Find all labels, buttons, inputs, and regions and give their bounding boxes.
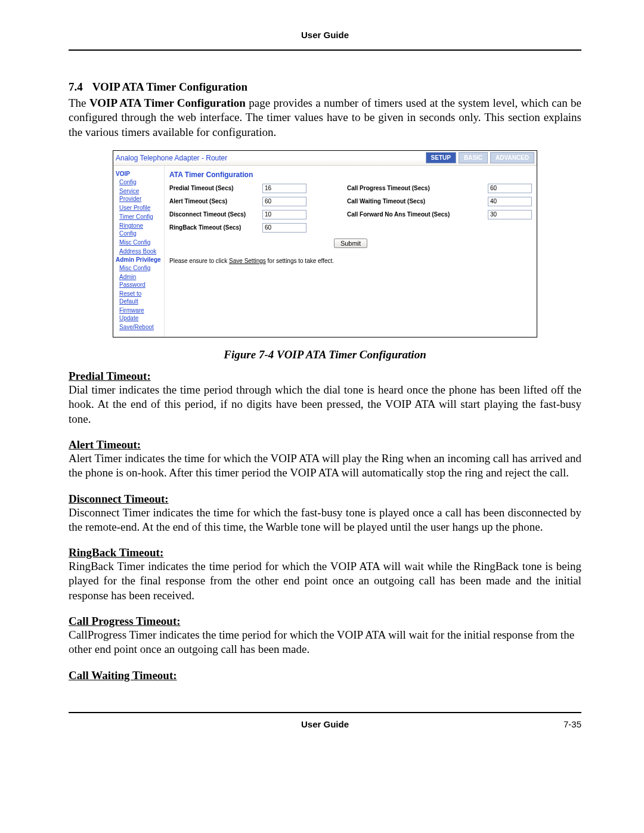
page-header-top: User Guide <box>69 30 581 40</box>
callprogress-heading: Call Progress Timeout: <box>69 615 581 628</box>
sidebar-item-save-reboot[interactable]: Save/Reboot <box>119 323 162 331</box>
sidebar-item-misc-config[interactable]: Misc Config <box>119 239 162 246</box>
screenshot-figure: Analog Telephone Adapter - Router SETUP … <box>113 150 537 337</box>
sidebar-item-user-profile[interactable]: User Profile <box>119 204 162 212</box>
save-note-post: for settings to take effect. <box>266 258 334 264</box>
ringback-paragraph: RingBack Timer indicates the time period… <box>69 559 581 603</box>
callprogress-label: Call Progress Timeout (Secs) <box>347 185 484 191</box>
topbar: Analog Telephone Adapter - Router SETUP … <box>113 151 537 166</box>
callfwdnoans-input[interactable] <box>488 210 532 219</box>
section-number: 7.4 <box>69 80 83 93</box>
callwaiting-input[interactable] <box>488 197 532 206</box>
brand-title: Analog Telephone Adapter - Router <box>113 154 227 162</box>
ringback-label: RingBack Timeout (Secs) <box>169 224 259 231</box>
footer-divider <box>69 712 581 713</box>
sidebar-item-config[interactable]: Config <box>119 178 162 186</box>
save-note: Please ensure to click Save Settings for… <box>169 258 532 264</box>
callfwdnoans-label: Call Forward No Ans Timeout (Secs) <box>347 211 484 218</box>
figure-caption: Figure 7-4 VOIP ATA Timer Configuration <box>69 348 581 361</box>
header-divider <box>69 49 581 51</box>
sidebar-item-admin-password[interactable]: Admin Password <box>119 273 162 289</box>
disconnect-heading: Disconnect Timeout: <box>69 493 581 506</box>
sidebar-item-address-book[interactable]: Address Book <box>119 247 162 255</box>
nav-advanced[interactable]: ADVANCED <box>490 152 534 163</box>
alert-label: Alert Timeout (Secs) <box>169 198 259 205</box>
disconnect-paragraph: Disconnect Timer indicates the time for … <box>69 506 581 535</box>
submit-button[interactable]: Submit <box>334 239 367 248</box>
main-panel: ATA Timer Configuration Predial Timeout … <box>165 166 537 337</box>
predial-input[interactable] <box>262 184 306 193</box>
intro-bold: VOIP ATA Timer Configuration <box>89 97 246 109</box>
sidebar-voip-header: VOIP <box>116 171 162 177</box>
alert-heading: Alert Timeout: <box>69 438 581 451</box>
predial-paragraph: Dial timer indicates the time period thr… <box>69 383 581 426</box>
footer-page-number: 7-35 <box>564 719 581 729</box>
save-note-pre: Please ensure to click <box>169 258 229 264</box>
panel-title: ATA Timer Configuration <box>169 171 532 179</box>
sidebar-admin-header: Admin Privilege <box>116 256 162 263</box>
sidebar-item-admin-misc[interactable]: Misc Config <box>119 264 162 272</box>
predial-heading: Predial Timeout: <box>69 370 581 383</box>
intro-paragraph: The VOIP ATA Timer Configuration page pr… <box>69 96 581 140</box>
nav-setup[interactable]: SETUP <box>426 152 456 163</box>
callprogress-paragraph: CallProgress Timer indicates the time pe… <box>69 628 581 657</box>
footer-center: User Guide <box>69 719 581 729</box>
predial-label: Predial Timeout (Secs) <box>169 185 259 191</box>
intro-pre: The <box>69 97 89 109</box>
sidebar-item-ringtone-config[interactable]: Ringtone Config <box>119 222 162 237</box>
sidebar: VOIP Config Service Provider User Profil… <box>113 166 165 337</box>
save-settings-link[interactable]: Save Settings <box>229 258 266 264</box>
sidebar-item-timer-config[interactable]: Timer Config <box>119 213 162 221</box>
callwaiting-label: Call Waiting Timeout (Secs) <box>347 198 484 205</box>
section-title: VOIP ATA Timer Configuration <box>92 80 247 93</box>
disconnect-label: Disconnect Timeout (Secs) <box>169 211 259 218</box>
ringback-heading: RingBack Timeout: <box>69 546 581 559</box>
callwaiting-heading: Call Waiting Timeout: <box>69 669 581 682</box>
nav-basic[interactable]: BASIC <box>459 152 488 163</box>
section-heading: 7.4VOIP ATA Timer Configuration <box>69 80 581 94</box>
sidebar-item-service-provider[interactable]: Service Provider <box>119 187 162 203</box>
disconnect-input[interactable] <box>262 210 306 219</box>
top-nav: SETUP BASIC ADVANCED <box>426 152 537 163</box>
ringback-input[interactable] <box>262 223 306 233</box>
alert-input[interactable] <box>262 197 306 206</box>
alert-paragraph: Alert Timer indicates the time for which… <box>69 451 581 481</box>
sidebar-item-firmware-update[interactable]: Firmware Update <box>119 306 162 322</box>
callprogress-input[interactable] <box>488 184 532 193</box>
sidebar-item-reset-default[interactable]: Reset to Default <box>119 290 162 305</box>
